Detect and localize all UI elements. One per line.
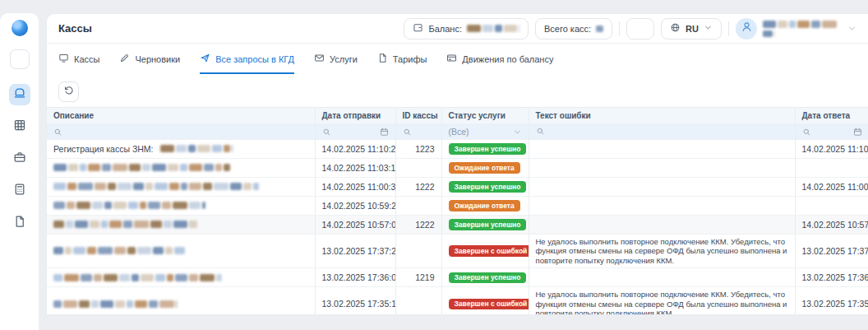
status-badge-error: Завершен с ошибкой	[449, 299, 529, 310]
page-title: Кассы	[58, 22, 92, 35]
cell-date-answered: 13.02.2025 17:36:05	[795, 268, 868, 287]
total-kass-pill[interactable]: Всего касс:	[535, 18, 612, 40]
app-root: Кассы Баланс: Всего касс: RU	[0, 0, 868, 330]
column-header-status[interactable]: Статус услуги	[441, 108, 529, 124]
table-row[interactable]: 13.02.2025 17:35:12Завершен с ошибкойНе …	[47, 287, 868, 316]
redacted-text	[53, 183, 259, 190]
table-row[interactable]: 14.02.2025 11:03:14Ожидание ответа	[47, 158, 868, 177]
table-row[interactable]: 13.02.2025 17:37:24Завершен с ошибкойНе …	[47, 234, 868, 268]
cell-status: Завершен успешно	[441, 215, 529, 234]
redacted-text	[160, 145, 233, 152]
requests-table: ОписаниеДата отправкиID кассыСтатус услу…	[47, 107, 868, 315]
status-badge-success: Завершен успешно	[449, 143, 527, 155]
cell-date-answered: 13.02.2025 17:37:25	[795, 234, 868, 268]
cell-description	[47, 215, 315, 234]
tab-label: Все запросы в КГД	[215, 54, 294, 64]
tab-bar: КассыЧерновикиВсе запросы в КГДУслугиТар…	[47, 44, 868, 74]
sidebar	[0, 13, 39, 330]
cell-error-text	[529, 158, 795, 177]
search-icon	[536, 127, 545, 137]
table-filter-row: (Все)	[47, 124, 868, 140]
toolbar	[47, 74, 868, 107]
status-badge-error: Завершен с ошибкой	[449, 245, 529, 257]
calendar-icon[interactable]	[380, 127, 389, 137]
table-row[interactable]: 14.02.2025 10:57:041222Завершен успешно1…	[47, 215, 868, 234]
tab-monitor[interactable]: Кассы	[58, 53, 99, 74]
send-icon	[200, 53, 210, 65]
cell-date-sent: 14.02.2025 10:57:04	[315, 215, 395, 234]
redacted-text	[53, 164, 230, 171]
column-header-err[interactable]: Текст ошибки	[529, 108, 795, 124]
cell-status: Ожидание ответа	[441, 158, 529, 177]
cell-status: Завершен успешно	[441, 177, 529, 196]
tab-pencil[interactable]: Черновики	[119, 53, 180, 74]
tab-all-requests-kgd[interactable]: Все запросы в КГД	[200, 53, 294, 74]
refresh-icon	[63, 85, 75, 99]
status-badge-waiting: Ожидание ответа	[449, 162, 520, 174]
cell-date-sent: 14.02.2025 10:59:27	[315, 196, 395, 215]
filter-ans[interactable]	[795, 124, 868, 140]
cell-date-answered: 14.02.2025 10:57:06	[795, 215, 868, 234]
chevron-down-icon	[704, 23, 713, 34]
panel-header: Кассы Баланс: Всего касс: RU	[47, 14, 868, 44]
user-menu[interactable]	[736, 18, 856, 40]
cell-date-sent: 13.02.2025 17:37:24	[315, 234, 395, 268]
column-header-ans[interactable]: Дата ответа	[795, 108, 868, 124]
column-header-desc[interactable]: Описание	[47, 108, 315, 124]
sidebar-item-archive[interactable]	[9, 148, 30, 170]
cell-date-answered	[795, 158, 868, 177]
app-logo[interactable]	[12, 20, 28, 36]
add-button[interactable]	[10, 49, 30, 69]
table-row[interactable]: 13.02.2025 17:36:031219Завершен успешно1…	[47, 268, 868, 287]
briefcase-icon	[13, 151, 26, 167]
theme-toggle-button[interactable]	[626, 18, 654, 40]
search-icon	[53, 127, 62, 137]
user-name-redacted	[763, 21, 837, 37]
sidebar-item-kassa[interactable]	[9, 84, 30, 105]
cell-status: Ожидание ответа	[441, 196, 529, 215]
filter-date[interactable]	[315, 124, 395, 140]
wallet-icon	[413, 22, 423, 35]
cell-kassa-id	[395, 196, 441, 215]
tab-label: Тарифы	[393, 54, 427, 64]
status-badge-success: Завершен успешно	[449, 181, 527, 193]
cell-description	[47, 196, 315, 215]
cell-description: Регистрация кассы ЗНМ:	[47, 139, 315, 158]
balance-pill[interactable]: Баланс:	[404, 18, 529, 40]
cell-description	[47, 268, 315, 287]
cell-date-answered: 14.02.2025 11:00:39	[795, 177, 868, 196]
cell-date-sent: 13.02.2025 17:35:12	[315, 287, 395, 316]
tab-doc[interactable]: Тарифы	[377, 53, 427, 74]
sidebar-item-registry[interactable]	[9, 116, 30, 137]
table-row[interactable]: Регистрация кассы ЗНМ:14.02.2025 11:10:2…	[47, 139, 868, 158]
cell-error-text: Не удалось выполнить повторное подключен…	[529, 234, 795, 268]
tab-mail[interactable]: Услуги	[314, 53, 358, 74]
filter-status[interactable]: (Все)	[441, 124, 529, 140]
cell-date-answered: 13.02.2025 17:35:13	[795, 287, 868, 316]
filter-id[interactable]	[395, 124, 441, 140]
pencil-icon	[119, 53, 130, 65]
card-icon	[446, 53, 457, 65]
column-header-date[interactable]: Дата отправки	[315, 108, 395, 124]
sidebar-item-terminal[interactable]	[9, 180, 30, 202]
redacted-text	[53, 274, 222, 281]
table-row[interactable]: 14.02.2025 10:59:27Ожидание ответа	[47, 196, 868, 215]
doc-icon	[377, 53, 388, 65]
column-header-id[interactable]: ID кассы	[395, 108, 441, 124]
tab-card[interactable]: Движения по балансу	[446, 53, 553, 74]
filter-err[interactable]	[529, 124, 795, 140]
redacted-text	[53, 300, 177, 308]
filter-desc[interactable]	[47, 124, 315, 140]
calendar-icon[interactable]	[853, 127, 862, 137]
divider	[728, 21, 729, 36]
refresh-button[interactable]	[58, 81, 79, 102]
sidebar-item-documents[interactable]	[9, 212, 30, 234]
table-header-row: ОписаниеДата отправкиID кассыСтатус услу…	[47, 108, 868, 124]
chevron-down-icon	[847, 21, 856, 36]
chevron-down-icon	[513, 127, 522, 137]
language-selector[interactable]: RU	[661, 18, 722, 40]
table-row[interactable]: 14.02.2025 11:00:351222Завершен успешно1…	[47, 177, 868, 196]
cell-status: Завершен успешно	[441, 139, 529, 158]
cell-date-answered: 14.02.2025 11:10:31	[795, 139, 868, 158]
redacted-text	[53, 221, 197, 228]
